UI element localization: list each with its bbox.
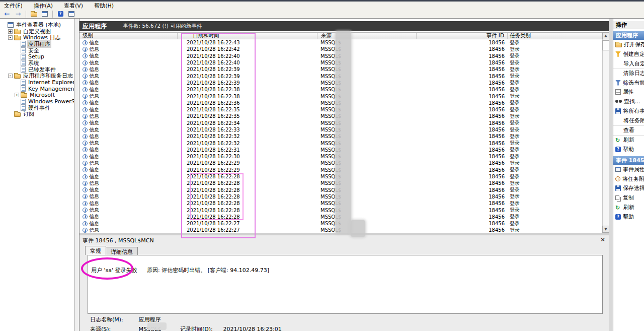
level-text: 信息 bbox=[89, 86, 99, 93]
action-导入自定[interactable]: 导入自定 bbox=[613, 59, 644, 69]
info-icon bbox=[83, 120, 88, 125]
console-window2-icon[interactable] bbox=[66, 10, 76, 18]
source-cell: MSSQL$ bbox=[317, 127, 417, 133]
action-属性[interactable]: 属性 bbox=[613, 87, 644, 97]
source-cell: MSSQL$ bbox=[317, 141, 417, 146]
console-window-icon[interactable] bbox=[40, 10, 50, 18]
floppy-icon bbox=[615, 108, 621, 114]
scrollbar-track[interactable] bbox=[602, 39, 609, 226]
funnel-y-icon bbox=[615, 51, 621, 57]
action-帮助[interactable]: 帮助 bbox=[613, 145, 644, 154]
tree-expander-icon[interactable]: - bbox=[8, 35, 13, 40]
tree-item-Microsoft[interactable]: +Microsoft bbox=[0, 92, 74, 99]
action-筛选当前[interactable]: 筛选当前 bbox=[613, 78, 644, 88]
event-id-cell: 18456 bbox=[417, 107, 508, 112]
log-icon bbox=[21, 54, 26, 60]
action-label: 查看 bbox=[623, 126, 634, 134]
level-cell: 信息 bbox=[79, 227, 178, 234]
level-text: 信息 bbox=[89, 166, 99, 173]
task-category-cell: 登录 bbox=[508, 119, 602, 126]
column-source[interactable]: 来源 bbox=[317, 33, 417, 39]
action-section-0[interactable]: 应用程序 bbox=[613, 31, 644, 40]
menu-help[interactable]: 帮助(H) bbox=[94, 2, 114, 10]
tree-item-硬件事件[interactable]: +硬件事件 bbox=[0, 105, 74, 111]
action-保存选择[interactable]: 保存选择 bbox=[613, 183, 644, 193]
action-打开保存[interactable]: 打开保存 bbox=[613, 40, 644, 49]
tree-expander-icon[interactable]: - bbox=[8, 74, 13, 78]
level-cell: 信息 bbox=[79, 79, 178, 86]
action-section-1[interactable]: 事件 18456 bbox=[613, 156, 644, 165]
level-text: 信息 bbox=[89, 186, 99, 193]
action-label: 筛选当前 bbox=[623, 79, 644, 87]
action-帮助[interactable]: 帮助 bbox=[613, 212, 644, 222]
tree-item-Key Management Service[interactable]: +Key Management Service bbox=[0, 86, 74, 92]
source-redaction-blur bbox=[336, 31, 351, 233]
info-icon bbox=[83, 181, 88, 186]
level-cell: 信息 bbox=[79, 166, 178, 173]
action-将所有事[interactable]: 将所有事 bbox=[613, 106, 644, 116]
actions-title: 操作 bbox=[613, 21, 644, 29]
action-刷新[interactable]: 刷新 bbox=[613, 135, 644, 145]
close-icon[interactable]: × bbox=[599, 236, 606, 243]
info-icon bbox=[83, 40, 88, 45]
action-复制[interactable]: 复制 bbox=[613, 193, 644, 203]
menubar: 文件(F) 操作(A) 查看(V) 帮助(H) bbox=[0, 2, 644, 10]
level-cell: 信息 bbox=[79, 180, 178, 187]
event-id-cell: 18456 bbox=[417, 134, 508, 139]
back-icon[interactable]: ← bbox=[2, 10, 12, 18]
tree-splitter[interactable] bbox=[74, 19, 79, 331]
source-cell: MSSQL$ bbox=[317, 147, 417, 153]
column-event-id[interactable]: 事件 ID bbox=[417, 33, 508, 39]
action-将任务附[interactable]: 将任务附 bbox=[613, 116, 644, 125]
scroll-down-icon[interactable]: ▼ bbox=[602, 226, 609, 233]
action-label: 帮助 bbox=[623, 146, 634, 153]
tab-general[interactable]: 常规 bbox=[85, 246, 106, 255]
event-id-cell: 18456 bbox=[417, 147, 508, 153]
scrollbar-thumb[interactable] bbox=[602, 40, 609, 50]
action-查找...[interactable]: 查找... bbox=[613, 97, 644, 106]
event-id-cell: 18456 bbox=[417, 201, 508, 206]
tree-expander-icon[interactable]: + bbox=[15, 93, 19, 97]
action-刷新[interactable]: 刷新 bbox=[613, 203, 644, 212]
action-label: 清除日志 bbox=[623, 70, 644, 77]
results-header: 应用程序 事件数: 56,672 (!) 可用的新事件 bbox=[79, 21, 609, 31]
menu-view[interactable]: 查看(V) bbox=[64, 2, 83, 10]
source-cell: MSSQL$ bbox=[317, 107, 417, 112]
task-category-cell: 登录 bbox=[508, 39, 602, 46]
level-text: 信息 bbox=[89, 52, 99, 59]
column-level[interactable]: 级别 bbox=[79, 33, 178, 39]
menu-action[interactable]: 操作(A) bbox=[34, 2, 53, 10]
scroll-up-icon[interactable]: ▲ bbox=[602, 32, 609, 39]
help-icon[interactable] bbox=[55, 10, 65, 18]
tree-item-Internet Explorer[interactable]: +Internet Explorer bbox=[0, 79, 74, 86]
column-task-category[interactable]: 任务类别 bbox=[508, 33, 602, 39]
tab-details[interactable]: 详细信息 bbox=[106, 247, 138, 255]
refresh-icon bbox=[615, 205, 621, 211]
info-icon bbox=[83, 134, 88, 139]
show-console-tree-icon[interactable] bbox=[29, 10, 39, 18]
info-icon bbox=[83, 208, 88, 213]
menu-file[interactable]: 文件(F) bbox=[4, 2, 23, 10]
tree-item-安全[interactable]: +安全 bbox=[0, 47, 74, 54]
tree-expander-icon[interactable]: + bbox=[8, 29, 13, 34]
action-将任务附[interactable]: 将任务附 bbox=[613, 174, 644, 184]
source-cell: MSSQL$ bbox=[317, 94, 417, 99]
task-category-cell: 登录 bbox=[508, 180, 602, 187]
console-icon bbox=[8, 22, 14, 28]
forward-icon[interactable]: → bbox=[13, 10, 23, 18]
level-cell: 信息 bbox=[79, 46, 178, 53]
source-cell: MSSQL$ bbox=[317, 120, 417, 126]
level-cell: 信息 bbox=[79, 93, 178, 100]
tree-item-应用程序和服务日志[interactable]: -应用程序和服务日志 bbox=[0, 73, 74, 80]
none-icon bbox=[615, 130, 621, 131]
level-text: 信息 bbox=[89, 220, 99, 227]
action-清除日志[interactable]: 清除日志 bbox=[613, 69, 644, 78]
action-创建自定[interactable]: 创建自定 bbox=[613, 49, 644, 59]
action-事件属性[interactable]: 事件属性 bbox=[613, 165, 644, 174]
actions-splitter[interactable] bbox=[609, 19, 613, 331]
action-查看[interactable]: 查看 bbox=[613, 125, 644, 135]
level-cell: 信息 bbox=[79, 39, 178, 46]
source-cell: MSSQL$ bbox=[317, 53, 417, 59]
log-icon bbox=[21, 41, 26, 47]
tree-item-订阅[interactable]: +订阅 bbox=[0, 111, 74, 118]
